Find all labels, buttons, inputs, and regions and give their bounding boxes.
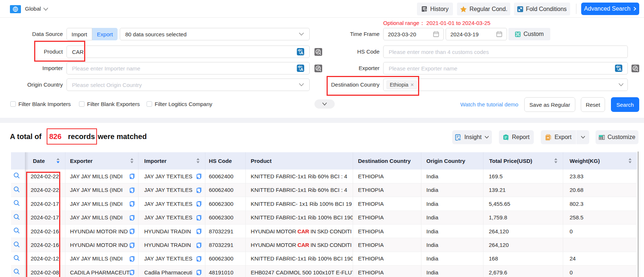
svg-text:A: A [301, 67, 303, 72]
svg-text:A: A [619, 67, 622, 72]
svg-text:BI: BI [458, 138, 461, 141]
svg-text:A: A [301, 51, 303, 55]
